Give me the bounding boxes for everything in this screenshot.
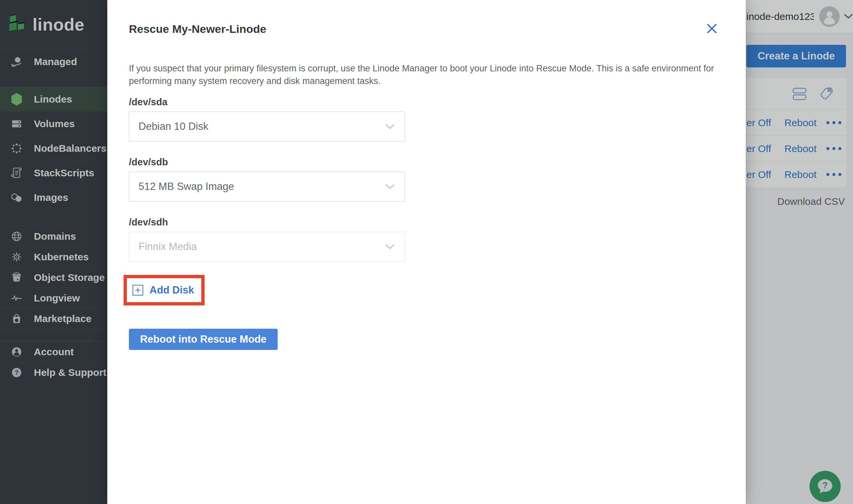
field-dev-sda: /dev/sda Debian 10 Disk bbox=[129, 96, 724, 141]
field-label: /dev/sdb bbox=[129, 157, 724, 168]
modal-description: If you suspect that your primary filesys… bbox=[129, 62, 717, 87]
close-icon[interactable] bbox=[705, 22, 718, 35]
field-dev-sdh: /dev/sdh Finnix Media bbox=[129, 217, 724, 262]
modal-title: Rescue My-Newer-Linode bbox=[129, 22, 724, 36]
annotation-highlight-box: Add Disk bbox=[124, 275, 205, 305]
add-disk-button[interactable]: Add Disk bbox=[127, 278, 201, 302]
rescue-modal: Rescue My-Newer-Linode If you suspect th… bbox=[107, 0, 746, 504]
field-label: /dev/sdh bbox=[129, 217, 724, 228]
chevron-down-icon bbox=[385, 244, 395, 250]
field-label: /dev/sda bbox=[129, 96, 724, 108]
dev-sda-select[interactable]: Debian 10 Disk bbox=[129, 111, 405, 141]
add-disk-label: Add Disk bbox=[149, 284, 194, 296]
select-value: 512 MB Swap Image bbox=[139, 181, 234, 193]
plus-square-icon bbox=[132, 285, 143, 296]
dev-sdb-select[interactable]: 512 MB Swap Image bbox=[129, 172, 405, 201]
chevron-down-icon bbox=[385, 123, 395, 130]
dev-sdh-select: Finnix Media bbox=[129, 232, 405, 262]
reboot-into-rescue-mode-button[interactable]: Reboot into Rescue Mode bbox=[129, 329, 278, 350]
select-value: Finnix Media bbox=[139, 241, 197, 253]
field-dev-sdb: /dev/sdb 512 MB Swap Image bbox=[129, 157, 724, 201]
chevron-down-icon bbox=[385, 183, 395, 190]
select-value: Debian 10 Disk bbox=[139, 121, 208, 132]
